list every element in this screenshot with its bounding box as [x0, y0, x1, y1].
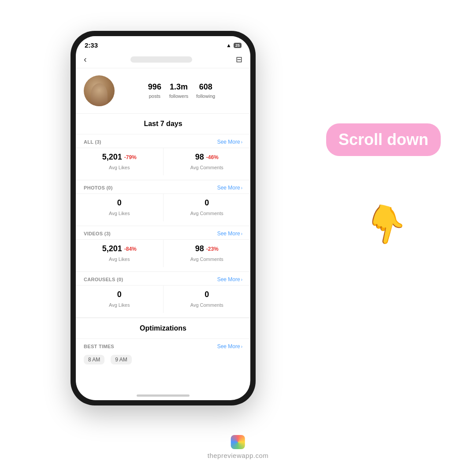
- phone-screen: 2:33 ▲ 25 ‹ ⊟ 996 po: [76, 36, 250, 400]
- emoji-pointer: 👇: [360, 202, 411, 247]
- metric-change: -84%: [124, 246, 137, 252]
- stat-posts: 996 posts: [148, 82, 161, 100]
- metric-sub: Avg Likes: [109, 257, 130, 262]
- status-icons: ▲ 25: [226, 42, 242, 48]
- analytics-container: ALL (3) See More › 5,201 -79% Avg Likes …: [76, 134, 250, 318]
- metric-value: 98: [195, 244, 204, 253]
- status-bar: 2:33 ▲ 25: [76, 36, 250, 51]
- metrics-row-videos: 5,201 -84% Avg Likes 98 -23% Avg Comment…: [76, 239, 250, 267]
- metric-all-1: 98 -46% Avg Comments: [164, 148, 251, 175]
- section-header-all: ALL (3) See More ›: [76, 134, 250, 148]
- optimizations-header: Optimizations: [76, 318, 250, 339]
- metrics-row-carousels: 0 Avg Likes 0 Avg Comments: [76, 285, 250, 313]
- best-times-label: BEST TIMES: [84, 344, 114, 349]
- metric-photos-1: 0 Avg Comments: [164, 194, 251, 221]
- stat-followers: 1.3m followers: [169, 82, 188, 100]
- avatar: [84, 75, 115, 106]
- chevron-right-icon: ›: [241, 277, 242, 282]
- period-title: Last 7 days: [144, 120, 182, 127]
- metrics-row-photos: 0 Avg Likes 0 Avg Comments: [76, 193, 250, 221]
- metric-all-0: 5,201 -79% Avg Likes: [76, 148, 164, 175]
- metric-value: 5,201: [102, 152, 122, 162]
- brand-url: thepreviewapp.com: [208, 452, 269, 459]
- see-more-photos[interactable]: See More ›: [217, 185, 242, 191]
- optimizations-title: Optimizations: [140, 324, 186, 332]
- metric-sub: Avg Comments: [190, 302, 223, 308]
- metric-change: -79%: [124, 154, 137, 160]
- metric-carousels-0: 0 Avg Likes: [76, 286, 164, 313]
- period-header: Last 7 days: [76, 114, 250, 134]
- section-all: ALL (3) See More › 5,201 -79% Avg Likes …: [76, 134, 250, 180]
- see-more-carousels[interactable]: See More ›: [217, 276, 242, 283]
- metric-carousels-1: 0 Avg Comments: [164, 286, 251, 313]
- metric-value: 0: [205, 290, 209, 299]
- metric-sub: Avg Comments: [190, 257, 223, 262]
- stat-following: 608 following: [196, 82, 215, 100]
- stats-row: 996 posts 1.3m followers 608 following: [121, 82, 242, 100]
- see-more-all[interactable]: See More ›: [217, 139, 242, 145]
- scroll-badge-text: Scroll down: [338, 130, 428, 149]
- followers-count: 1.3m: [169, 82, 188, 92]
- chevron-right-icon: ›: [241, 186, 242, 190]
- section-label-videos: VIDEOS (3): [84, 231, 111, 236]
- followers-label: followers: [169, 93, 188, 99]
- posts-count: 996: [148, 82, 161, 92]
- best-time-2: 9 AM: [111, 355, 131, 364]
- bookmark-icon[interactable]: ⊟: [236, 55, 242, 64]
- metric-videos-0: 5,201 -84% Avg Likes: [76, 240, 164, 267]
- metric-sub: Avg Likes: [109, 211, 130, 216]
- metric-sub: Avg Likes: [109, 302, 130, 308]
- see-more-videos[interactable]: See More ›: [217, 231, 242, 237]
- profile-header: 996 posts 1.3m followers 608 following: [76, 68, 250, 114]
- wifi-icon: ▲: [226, 42, 231, 48]
- username-display: [130, 56, 192, 63]
- metric-change: -46%: [206, 154, 219, 160]
- chevron-right-icon: ›: [241, 344, 242, 349]
- brand-logo: [231, 435, 245, 449]
- best-times-see-more[interactable]: See More ›: [217, 343, 242, 350]
- battery-level: 25: [234, 43, 242, 48]
- section-header-videos: VIDEOS (3) See More ›: [76, 226, 250, 239]
- following-label: following: [196, 93, 215, 99]
- posts-label: posts: [149, 93, 160, 99]
- back-button[interactable]: ‹: [84, 54, 87, 64]
- metric-videos-1: 98 -23% Avg Comments: [164, 240, 251, 267]
- metrics-row-all: 5,201 -79% Avg Likes 98 -46% Avg Comment…: [76, 148, 250, 175]
- branding: thepreviewapp.com: [208, 435, 269, 459]
- metric-sub: Avg Comments: [190, 165, 223, 170]
- metric-value: 0: [117, 198, 122, 208]
- chevron-right-icon: ›: [241, 231, 242, 236]
- section-label-carousels: CAROUSELS (0): [84, 277, 123, 282]
- scene: 2:33 ▲ 25 ‹ ⊟ 996 po: [0, 0, 476, 476]
- metric-value: 0: [205, 198, 209, 208]
- section-carousels: CAROUSELS (0) See More › 0 Avg Likes 0: [76, 272, 250, 318]
- best-times-values: 8 AM 9 AM: [76, 352, 250, 369]
- chevron-right-icon: ›: [241, 140, 242, 145]
- avatar-figure: [91, 83, 108, 106]
- section-header-carousels: CAROUSELS (0) See More ›: [76, 272, 250, 285]
- home-indicator: [137, 394, 190, 397]
- section-photos: PHOTOS (0) See More › 0 Avg Likes 0: [76, 180, 250, 226]
- metric-sub: Avg Comments: [190, 211, 223, 216]
- section-videos: VIDEOS (3) See More › 5,201 -84% Avg Lik…: [76, 226, 250, 272]
- metric-value: 5,201: [102, 244, 122, 253]
- scroll-badge: Scroll down: [326, 123, 441, 156]
- section-label-all: ALL (3): [84, 139, 101, 145]
- following-count: 608: [196, 82, 215, 92]
- best-time-1: 8 AM: [84, 355, 104, 364]
- section-header-photos: PHOTOS (0) See More ›: [76, 180, 250, 193]
- metric-photos-0: 0 Avg Likes: [76, 194, 164, 221]
- best-times-header: BEST TIMES See More ›: [76, 339, 250, 352]
- metric-sub: Avg Likes: [109, 165, 130, 170]
- metric-change: -23%: [206, 246, 219, 252]
- nav-bar: ‹ ⊟: [76, 51, 250, 68]
- phone-shell: 2:33 ▲ 25 ‹ ⊟ 996 po: [71, 31, 256, 405]
- section-label-photos: PHOTOS (0): [84, 185, 113, 190]
- status-time: 2:33: [85, 41, 98, 49]
- metric-value: 0: [117, 290, 122, 299]
- best-times-section: BEST TIMES See More › 8 AM 9 AM: [76, 339, 250, 369]
- metric-value: 98: [195, 152, 204, 162]
